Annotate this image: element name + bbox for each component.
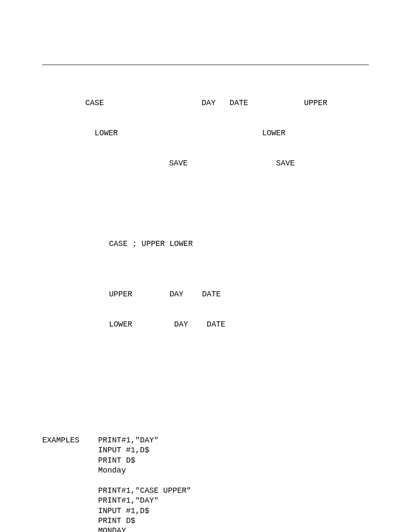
examples-section: EXAMPLES PRINT#1,"DAY" INPUT #1,D$ PRINT… [42,425,369,532]
example1-line4: Monday [98,466,126,475]
example2-line2: PRINT#1,"DAY" [98,496,159,505]
intro-line-1: CASE DAY DATE UPPER [42,98,369,108]
example1-line3: PRINT D$ [98,456,135,465]
example2-line4: PRINT D$ [98,516,135,525]
example1-line2: INPUT #1,D$ [98,446,149,454]
example2-line3: INPUT #1,D$ [98,507,149,515]
examples-label: EXAMPLES [42,436,79,445]
format-line-1: CASE ; UPPER LOWER [109,239,369,249]
example2-line1: PRINT#1,"CASE UPPER" [98,486,191,495]
example1-line1: PRINT#1,"DAY" [98,436,159,445]
example2-line5: MONDAY [98,526,126,532]
intro-paragraph: CASE DAY DATE UPPER LOWER LOWER SAVE SAV… [42,78,369,189]
format-block: CASE ; UPPER LOWER UPPER DAY DATE LOWER … [109,219,369,350]
intro-line-2: LOWER LOWER [42,128,369,138]
format-line-4: LOWER DAY DATE [109,320,369,330]
intro-line-3: SAVE SAVE [42,159,369,168]
document-page: CASE DAY DATE UPPER LOWER LOWER SAVE SAV… [0,0,411,532]
horizontal-rule [42,65,369,65]
format-line-3: UPPER DAY DATE [109,289,369,299]
